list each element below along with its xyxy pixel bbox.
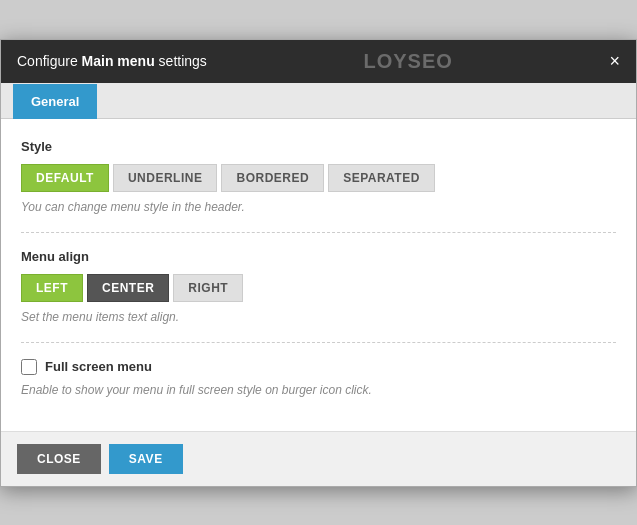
modal-header: Configure Main menu settings LOYSEO × [1, 40, 636, 83]
menu-align-hint: Set the menu items text align. [21, 310, 616, 324]
style-btn-bordered[interactable]: BORDERED [221, 164, 324, 192]
divider-1 [21, 232, 616, 233]
fullscreen-section: Full screen menu Enable to show your men… [21, 359, 616, 397]
close-button[interactable]: CLOSE [17, 444, 101, 474]
modal-footer: CLOSE SAVE [1, 431, 636, 486]
logo: LOYSEO [363, 50, 452, 73]
modal-title: Configure Main menu settings [17, 53, 207, 69]
style-hint: You can change menu style in the header. [21, 200, 616, 214]
fullscreen-checkbox-row: Full screen menu [21, 359, 616, 375]
fullscreen-hint: Enable to show your menu in full screen … [21, 383, 616, 397]
close-icon[interactable]: × [609, 52, 620, 70]
modal-container: Configure Main menu settings LOYSEO × Ge… [0, 39, 637, 487]
style-button-group: DEFAULT UNDERLINE BORDERED SEPARATED [21, 164, 616, 192]
fullscreen-checkbox[interactable] [21, 359, 37, 375]
style-btn-default[interactable]: DEFAULT [21, 164, 109, 192]
style-btn-separated[interactable]: SEPARATED [328, 164, 435, 192]
modal-body: Style DEFAULT UNDERLINE BORDERED SEPARAT… [1, 119, 636, 431]
fullscreen-label: Full screen menu [45, 359, 152, 374]
tab-general[interactable]: General [13, 84, 97, 119]
style-section: Style DEFAULT UNDERLINE BORDERED SEPARAT… [21, 139, 616, 214]
tab-bar: General [1, 83, 636, 119]
menu-align-section: Menu align LEFT CENTER RIGHT Set the men… [21, 249, 616, 324]
align-button-group: LEFT CENTER RIGHT [21, 274, 616, 302]
style-btn-underline[interactable]: UNDERLINE [113, 164, 218, 192]
align-btn-center[interactable]: CENTER [87, 274, 169, 302]
divider-2 [21, 342, 616, 343]
align-btn-right[interactable]: RIGHT [173, 274, 243, 302]
menu-align-label: Menu align [21, 249, 616, 264]
align-btn-left[interactable]: LEFT [21, 274, 83, 302]
save-button[interactable]: SAVE [109, 444, 183, 474]
style-label: Style [21, 139, 616, 154]
